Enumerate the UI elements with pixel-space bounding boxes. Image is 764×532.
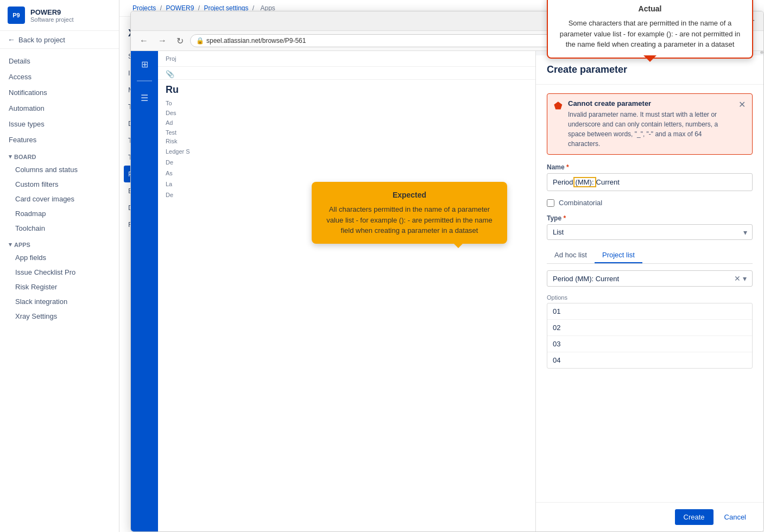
- back-label: Back to project: [18, 36, 65, 44]
- jira-menu-icon[interactable]: ☰: [137, 90, 152, 105]
- sidebar-item-filters[interactable]: Custom filters: [0, 177, 119, 192]
- main-content: Projects / POWER9 / Project settings / A…: [119, 0, 764, 532]
- jira-risk-label: Risk: [166, 138, 177, 144]
- name-prefix: Period: [553, 178, 573, 186]
- combinatorial-label: Combinatorial: [559, 199, 602, 207]
- error-banner: ⬟ Cannot create parameter Invalid parame…: [547, 93, 753, 155]
- tooltip-expected-title: Expected: [321, 189, 497, 201]
- sidebar-group-apps-label: Apps: [14, 242, 30, 248]
- browser-forward-button[interactable]: →: [155, 35, 170, 47]
- name-label: Name *: [547, 163, 753, 171]
- project-logo: P9: [8, 7, 25, 24]
- required-indicator: *: [566, 163, 569, 171]
- create-panel-title: Create parameter: [547, 64, 627, 75]
- jira-as-label: As: [166, 170, 173, 176]
- back-to-project[interactable]: ← Back to project: [0, 31, 119, 49]
- option-03: 03: [547, 336, 752, 352]
- sidebar-item-automation[interactable]: Automation: [0, 100, 119, 116]
- type-select[interactable]: List: [547, 224, 753, 240]
- tooltip-expected: Expected All characters permitted in the…: [312, 182, 507, 244]
- sidebar-group-apps[interactable]: ▾ Apps: [0, 236, 119, 250]
- list-dropdown[interactable]: Period (MM): Current ✕ ▾: [547, 270, 753, 287]
- type-label-text: Type: [547, 214, 561, 222]
- tab-adhoc[interactable]: Ad hoc list: [547, 248, 595, 263]
- name-suffix: Current: [596, 178, 620, 186]
- sidebar-item-xray[interactable]: Xray Settings: [0, 309, 119, 324]
- options-list: 01 02 03 04: [547, 303, 753, 369]
- options-group: Options 01 02 03 04: [547, 294, 753, 369]
- browser-window: ─ □ Create parameter [P9-561] Run EMA**1…: [130, 17, 764, 532]
- create-panel-body: ⬟ Cannot create parameter Invalid parame…: [536, 85, 763, 502]
- browser-back-button[interactable]: ←: [136, 35, 151, 47]
- jira-attach-icon[interactable]: 📎: [166, 70, 174, 78]
- browser-refresh-button[interactable]: ↻: [173, 35, 187, 47]
- jira-grid-icon[interactable]: ⊞: [137, 56, 152, 72]
- sidebar-item-risk-register[interactable]: Risk Register: [0, 280, 119, 294]
- sidebar-item-notifications[interactable]: Notifications: [0, 85, 119, 100]
- sidebar-item-slack[interactable]: Slack integration: [0, 294, 119, 309]
- option-02: 02: [547, 320, 752, 336]
- sidebar-item-card-cover[interactable]: Card cover images: [0, 192, 119, 206]
- jira-left-strip: ⊞ ☰: [131, 51, 158, 531]
- tooltip-expected-text: All characters permitted in the name of …: [321, 204, 497, 236]
- sidebar-item-access[interactable]: Access: [0, 69, 119, 85]
- project-type: Software project: [30, 16, 73, 23]
- name-input[interactable]: Period (MM): Current: [547, 173, 753, 191]
- project-name: POWER9: [30, 8, 73, 16]
- back-arrow-icon: ←: [8, 35, 15, 44]
- browser-overlay: Actual Some characters that are permitte…: [130, 17, 764, 532]
- sidebar-item-issue-types[interactable]: Issue types: [0, 116, 119, 132]
- sidebar-item-columns[interactable]: Columns and status: [0, 162, 119, 177]
- sidebar-item-details[interactable]: Details: [0, 53, 119, 69]
- error-text: Invalid parameter name. It must start wi…: [568, 110, 733, 149]
- jira-divider: [137, 80, 152, 81]
- create-button[interactable]: Create: [675, 509, 714, 525]
- create-panel-footer: Create Cancel: [536, 502, 763, 531]
- lock-icon: 🔒: [196, 37, 204, 45]
- content-body: Xray Settings Summary Issue Types Mappin…: [119, 17, 764, 532]
- type-field-group: Type * List: [547, 214, 753, 240]
- type-required: *: [563, 214, 566, 222]
- sidebar-item-roadmap[interactable]: Roadmap: [0, 206, 119, 221]
- create-parameter-panel: Create parameter ⬟ Cannot create paramet…: [535, 51, 763, 531]
- jira-ledger-label: Ledger S: [166, 148, 190, 155]
- left-sidebar: P9 POWER9 Software project ← Back to pro…: [0, 0, 119, 532]
- combinatorial-row: Combinatorial: [547, 199, 753, 207]
- jira-la-label: La: [166, 181, 172, 187]
- sidebar-item-issue-checklist[interactable]: Issue Checklist Pro: [0, 265, 119, 280]
- chevron-down-icon: ▾: [9, 153, 12, 160]
- error-icon: ⬟: [554, 100, 563, 112]
- sidebar-header: P9 POWER9 Software project: [0, 0, 119, 31]
- tooltip-actual-text: Some characters that are permitted in th…: [558, 18, 742, 50]
- sidebar-item-features[interactable]: Features: [0, 132, 119, 148]
- list-tabs: Ad hoc list Project list: [547, 248, 753, 264]
- sidebar-group-board-label: Board: [14, 154, 36, 160]
- browser-url-text: speel.atlassian.net/browse/P9-561: [206, 37, 306, 45]
- list-select-group: Period (MM): Current ✕ ▾: [547, 270, 753, 287]
- jira-de-label: De: [166, 159, 173, 166]
- error-title: Cannot create parameter: [568, 99, 733, 107]
- error-close-button[interactable]: ✕: [738, 99, 746, 110]
- sidebar-nav: Details Access Notifications Automation …: [0, 49, 119, 532]
- name-highlight-mm: (MM):: [573, 177, 596, 187]
- tooltip-actual: Actual Some characters that are permitte…: [547, 17, 753, 59]
- browser-body: ⊞ ☰ Proj 📎 Ru To: [131, 51, 763, 531]
- cancel-button[interactable]: Cancel: [718, 509, 753, 525]
- type-label: Type *: [547, 214, 753, 222]
- scroll-thumb: [760, 51, 763, 54]
- sidebar-item-toolchain[interactable]: Toolchain: [0, 221, 119, 236]
- name-field-group: Name * Period (MM): Current: [547, 163, 753, 191]
- sidebar-item-app-fields[interactable]: App fields: [0, 250, 119, 265]
- clear-icon[interactable]: ✕: [734, 274, 741, 283]
- combinatorial-checkbox[interactable]: [547, 199, 554, 207]
- jira-de2-label: De: [166, 192, 173, 198]
- error-content: Cannot create parameter Invalid paramete…: [568, 99, 733, 149]
- dropdown-icons: ✕ ▾: [734, 274, 747, 283]
- name-label-text: Name: [547, 163, 565, 171]
- option-01: 01: [547, 303, 752, 320]
- chevron-down-icon: ▾: [9, 241, 12, 248]
- sidebar-group-board[interactable]: ▾ Board: [0, 148, 119, 162]
- project-info: POWER9 Software project: [30, 8, 73, 23]
- tab-project[interactable]: Project list: [595, 248, 642, 263]
- dropdown-text: Period (MM): Current: [553, 275, 734, 283]
